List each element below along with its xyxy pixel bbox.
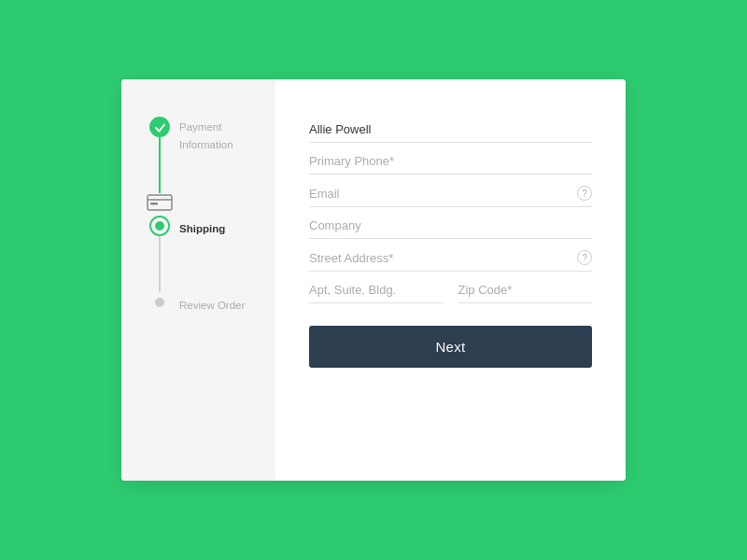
name-input[interactable] bbox=[309, 122, 592, 136]
step-shipping-circle bbox=[149, 216, 170, 236]
step-review: Review Order bbox=[149, 292, 245, 314]
line-shipping-to-review bbox=[159, 236, 161, 292]
email-info-icon[interactable]: ? bbox=[577, 186, 592, 201]
apt-zip-row bbox=[309, 273, 592, 305]
name-field-wrapper bbox=[309, 113, 592, 143]
step-payment-indicator bbox=[149, 117, 170, 193]
form-area: ? ? Next bbox=[275, 79, 626, 481]
check-icon bbox=[154, 121, 166, 133]
steps-sidebar: Payment Information bbox=[121, 79, 275, 481]
phone-input[interactable] bbox=[309, 154, 592, 168]
checkout-card: Payment Information bbox=[121, 79, 626, 481]
line-payment-to-shipping bbox=[159, 137, 161, 193]
apt-input[interactable] bbox=[309, 283, 444, 297]
shipping-card-icon-wrapper bbox=[147, 193, 173, 212]
step-shipping-text: Shipping bbox=[179, 223, 225, 234]
step-payment-circle bbox=[149, 117, 170, 137]
svg-rect-0 bbox=[148, 195, 172, 210]
shipping-card-icon bbox=[147, 193, 173, 212]
email-input[interactable] bbox=[309, 187, 571, 201]
street-info-icon[interactable]: ? bbox=[577, 250, 592, 265]
step-review-label: Review Order bbox=[179, 292, 245, 314]
zip-field-wrapper bbox=[458, 273, 593, 303]
step-review-circle bbox=[155, 298, 164, 307]
street-field-wrapper: ? bbox=[309, 241, 592, 272]
step-payment-text: Payment Information bbox=[179, 121, 233, 150]
step-review-indicator bbox=[149, 292, 170, 313]
step-review-text: Review Order bbox=[179, 300, 245, 311]
svg-rect-2 bbox=[150, 203, 158, 205]
email-field-wrapper: ? bbox=[309, 176, 592, 207]
street-input[interactable] bbox=[309, 251, 571, 265]
company-field-wrapper bbox=[309, 209, 592, 239]
company-input[interactable] bbox=[309, 218, 592, 232]
zip-input[interactable] bbox=[458, 283, 593, 297]
step-payment-label: Payment Information bbox=[179, 117, 233, 152]
step-shipping-label: Shipping bbox=[179, 193, 225, 237]
steps-list: Payment Information bbox=[121, 117, 275, 314]
step-shipping-indicator bbox=[149, 193, 170, 292]
phone-field-wrapper bbox=[309, 145, 592, 175]
next-button[interactable]: Next bbox=[309, 326, 592, 368]
step-payment: Payment Information bbox=[149, 117, 233, 193]
step-shipping: Shipping bbox=[149, 193, 225, 292]
apt-field-wrapper bbox=[309, 273, 444, 303]
